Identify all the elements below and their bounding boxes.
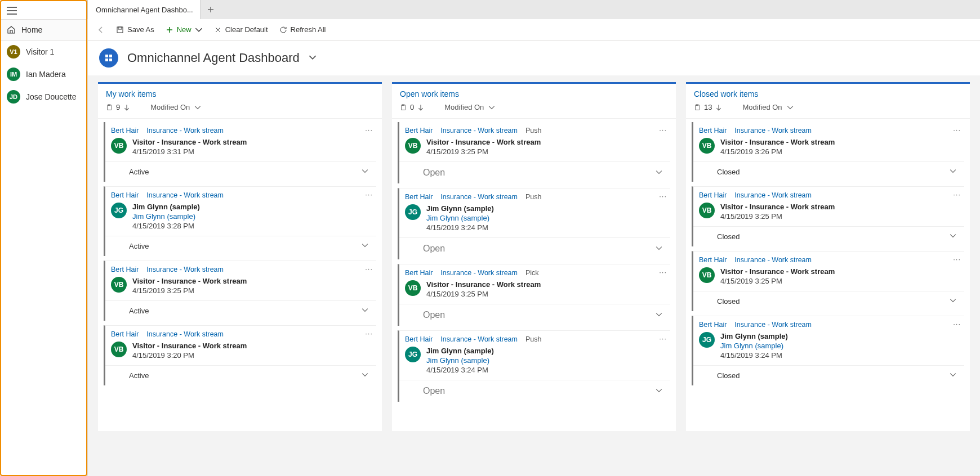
card-more-button[interactable]: ··· <box>365 264 373 273</box>
clear-default-button[interactable]: Clear Default <box>210 23 273 36</box>
card-expand-button[interactable] <box>362 168 368 176</box>
card-expand-button[interactable] <box>656 387 662 396</box>
card-stream-link[interactable]: Insurance - Work stream <box>440 335 518 343</box>
card-timestamp: 4/15/2019 3:25 PM <box>720 212 835 221</box>
column-sort-button[interactable]: Modified On <box>444 103 495 111</box>
card-expand-button[interactable] <box>950 297 956 306</box>
work-item-card[interactable]: ··· Bert Hair Insurance - Work stream VB… <box>104 122 376 182</box>
card-stream-link[interactable]: Insurance - Work stream <box>734 191 812 199</box>
work-item-card[interactable]: ··· Bert Hair Insurance - Work stream VB… <box>692 251 964 311</box>
card-stream-link[interactable]: Insurance - Work stream <box>734 256 812 264</box>
sidebar-item-person[interactable]: IM Ian Madera <box>1 63 86 86</box>
work-item-card[interactable]: ··· Bert Hair Insurance - Work stream Pu… <box>398 188 670 259</box>
card-author-link[interactable]: Bert Hair <box>405 127 433 134</box>
card-author-link[interactable]: Bert Hair <box>699 191 727 199</box>
card-expand-button[interactable] <box>656 311 662 320</box>
work-item-card[interactable]: ··· Bert Hair Insurance - Work stream Pu… <box>398 330 670 402</box>
card-tag: Pick <box>525 269 539 277</box>
refresh-all-button[interactable]: Refresh All <box>275 23 331 36</box>
card-related-link[interactable]: Jim Glynn (sample) <box>426 356 494 365</box>
card-status-row: Open <box>399 237 670 259</box>
sidebar-item-person[interactable]: JD Jose Doucette <box>1 86 86 108</box>
card-expand-button[interactable] <box>656 245 662 253</box>
card-expand-button[interactable] <box>656 169 662 177</box>
card-more-button[interactable]: ··· <box>659 334 667 343</box>
card-author-link[interactable]: Bert Hair <box>699 321 727 329</box>
card-more-button[interactable]: ··· <box>953 255 961 263</box>
card-expand-button[interactable] <box>950 371 956 380</box>
card-stream-link[interactable]: Insurance - Work stream <box>146 330 224 338</box>
card-author-link[interactable]: Bert Hair <box>111 127 139 134</box>
work-item-card[interactable]: ··· Bert Hair Insurance - Work stream Pi… <box>398 264 670 326</box>
sidebar-item-person[interactable]: V1 Visitor 1 <box>1 41 86 63</box>
dashboard-entity-icon <box>99 48 118 68</box>
card-status-row: Active <box>105 161 376 182</box>
avatar: VB <box>699 203 715 218</box>
card-tag: Push <box>525 335 542 343</box>
card-expand-button[interactable] <box>362 242 368 250</box>
card-more-button[interactable]: ··· <box>365 190 373 199</box>
work-item-card[interactable]: ··· Bert Hair Insurance - Work stream VB… <box>692 122 964 182</box>
card-related-link[interactable]: Jim Glynn (sample) <box>132 212 200 221</box>
save-as-button[interactable]: Save As <box>112 23 159 36</box>
card-more-button[interactable]: ··· <box>365 125 373 134</box>
card-timestamp: 4/15/2019 3:31 PM <box>132 147 247 156</box>
card-more-button[interactable]: ··· <box>953 125 961 134</box>
work-item-card[interactable]: ··· Bert Hair Insurance - Work stream VB… <box>104 261 376 321</box>
card-stream-link[interactable]: Insurance - Work stream <box>440 193 518 201</box>
card-more-button[interactable]: ··· <box>659 125 667 134</box>
card-related-link[interactable]: Jim Glynn (sample) <box>720 342 788 350</box>
card-stream-link[interactable]: Insurance - Work stream <box>440 269 518 277</box>
avatar: JG <box>405 204 421 220</box>
card-tag: Push <box>525 193 542 201</box>
card-expand-button[interactable] <box>950 232 956 241</box>
avatar: V1 <box>7 45 20 59</box>
card-author-link[interactable]: Bert Hair <box>405 335 433 343</box>
sidebar-item-home[interactable]: Home <box>1 19 86 41</box>
card-expand-button[interactable] <box>362 371 368 380</box>
card-author-link[interactable]: Bert Hair <box>699 256 727 264</box>
card-expand-button[interactable] <box>950 168 956 176</box>
tab-add-button[interactable] <box>201 0 221 19</box>
work-item-card[interactable]: ··· Bert Hair Insurance - Work stream VB… <box>104 325 376 385</box>
card-author-link[interactable]: Bert Hair <box>111 266 139 273</box>
new-button[interactable]: New <box>161 23 207 36</box>
avatar: VB <box>699 138 715 154</box>
hamburger-menu-button[interactable] <box>1 5 86 19</box>
card-title: Visitor - Insurance - Work stream <box>132 277 247 285</box>
column-sort-button[interactable]: Modified On <box>742 103 793 111</box>
work-item-card[interactable]: ··· Bert Hair Insurance - Work stream VB… <box>692 186 964 246</box>
card-stream-link[interactable]: Insurance - Work stream <box>146 191 224 199</box>
card-stream-link[interactable]: Insurance - Work stream <box>440 127 518 134</box>
card-expand-button[interactable] <box>362 307 368 315</box>
svg-rect-2 <box>105 55 108 57</box>
refresh-icon <box>279 26 287 34</box>
card-author-link[interactable]: Bert Hair <box>405 269 433 277</box>
card-related-link[interactable]: Jim Glynn (sample) <box>426 214 494 222</box>
card-title: Visitor - Insurance - Work stream <box>426 280 541 289</box>
card-title: Jim Glynn (sample) <box>426 347 494 355</box>
card-stream-link[interactable]: Insurance - Work stream <box>734 127 812 134</box>
card-more-button[interactable]: ··· <box>659 192 667 200</box>
tab-dashboard[interactable]: Omnichannel Agent Dashbo... <box>88 0 201 19</box>
card-author-link[interactable]: Bert Hair <box>111 191 139 199</box>
page-title-dropdown[interactable] <box>309 53 317 63</box>
avatar: JG <box>111 203 127 218</box>
work-item-card[interactable]: ··· Bert Hair Insurance - Work stream JG… <box>692 316 964 385</box>
toolbar: Save As New Clear Default Refresh All <box>87 19 980 41</box>
work-item-card[interactable]: ··· Bert Hair Insurance - Work stream JG… <box>104 186 376 256</box>
back-button[interactable] <box>92 24 109 36</box>
card-more-button[interactable]: ··· <box>659 268 667 276</box>
close-icon <box>214 26 222 34</box>
card-stream-link[interactable]: Insurance - Work stream <box>146 127 224 134</box>
card-stream-link[interactable]: Insurance - Work stream <box>146 266 224 273</box>
column-sort-button[interactable]: Modified On <box>150 103 201 111</box>
work-item-card[interactable]: ··· Bert Hair Insurance - Work stream Pu… <box>398 122 670 183</box>
card-stream-link[interactable]: Insurance - Work stream <box>734 321 812 329</box>
card-more-button[interactable]: ··· <box>365 329 373 338</box>
card-author-link[interactable]: Bert Hair <box>111 330 139 338</box>
card-more-button[interactable]: ··· <box>953 320 961 328</box>
card-author-link[interactable]: Bert Hair <box>405 193 433 201</box>
card-author-link[interactable]: Bert Hair <box>699 127 727 134</box>
card-more-button[interactable]: ··· <box>953 190 961 199</box>
